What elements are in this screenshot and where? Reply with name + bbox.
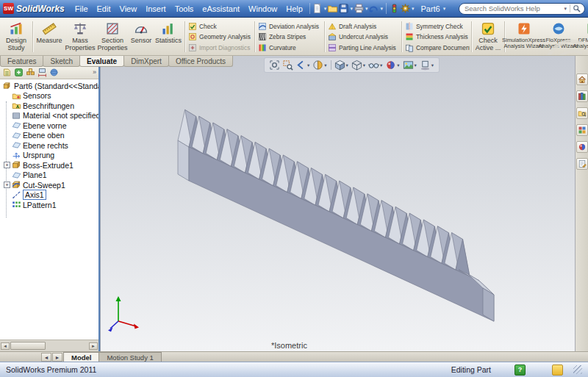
tab-office-products[interactable]: Office Products (168, 56, 233, 67)
graphics-area[interactable]: ▾ ▾ ▾ ▾ ▾ ▾ ▾ ▾ *Isometric (100, 56, 575, 351)
apply-scene-button[interactable]: ▾ (402, 60, 418, 71)
mass-properties-button[interactable]: Mass Properties (64, 19, 96, 54)
tree-item-front-plane[interactable]: Ebene vorne (1, 121, 98, 131)
expand-toggle[interactable]: + (4, 162, 10, 168)
tree-item-material[interactable]: Material <not specified> (1, 111, 98, 121)
tree-item-cut-sweep[interactable]: +Cut-Sweep1 (1, 180, 98, 190)
caret-down-icon[interactable]: ▾ (412, 6, 415, 12)
scrollbar-thumb[interactable] (10, 342, 46, 350)
propertymanager-icon[interactable] (14, 68, 24, 77)
expand-toggle[interactable]: + (4, 182, 10, 188)
zoom-to-fit-button[interactable] (268, 60, 281, 71)
dimxpertmanager-icon[interactable] (37, 68, 47, 77)
displaymanager-icon[interactable] (49, 68, 59, 77)
motion-study-tab[interactable]: Motion Study 1 (98, 352, 161, 362)
import-diagnostics-button[interactable]: Import Diagnostics (188, 43, 251, 52)
caret-down-icon[interactable]: ▾ (324, 6, 327, 12)
view-settings-button[interactable]: ▾ (419, 60, 435, 71)
edit-appearance-button[interactable]: ▾ (384, 60, 401, 71)
tab-features[interactable]: Features (0, 56, 43, 67)
sensor-button[interactable]: Sensor (129, 19, 154, 54)
model-tab[interactable]: Model (63, 352, 99, 362)
tree-item-boss-extrude[interactable]: +Boss-Extrude1 (1, 160, 98, 170)
tree-item-right-plane[interactable]: Ebene rechts (1, 140, 98, 151)
menu-eassistant[interactable]: eAssistant (198, 3, 244, 15)
search-input[interactable] (463, 4, 561, 13)
file-explorer-button[interactable] (576, 107, 588, 119)
menu-view[interactable]: View (115, 3, 142, 15)
tree-item-axis1[interactable]: Axis1 (1, 190, 98, 201)
save-icon[interactable] (338, 3, 349, 14)
menu-window[interactable]: Window (244, 3, 282, 15)
solidworks-resources-button[interactable] (576, 73, 588, 85)
symmetry-check-button[interactable]: Symmetry Check (405, 22, 468, 31)
tree-item-top-plane[interactable]: Ebene oben (1, 131, 98, 141)
menu-help[interactable]: Help (282, 3, 307, 15)
thickness-analysis-button[interactable]: Thickness Analysis (405, 32, 468, 41)
tab-scroll-right-icon[interactable]: ► (52, 353, 62, 362)
caret-down-icon[interactable]: ▾ (350, 6, 353, 12)
custom-properties-button[interactable] (576, 158, 588, 170)
menu-tools[interactable]: Tools (171, 3, 198, 15)
options-icon[interactable] (400, 3, 411, 14)
menu-edit[interactable]: Edit (93, 3, 115, 15)
tree-item-root[interactable]: Part6 (Standard<<Standard>_... (1, 81, 98, 91)
section-view-button[interactable]: ▾ (312, 60, 328, 71)
tab-evaluate[interactable]: Evaluate (79, 56, 124, 67)
zoom-to-area-button[interactable] (282, 60, 294, 71)
measure-button[interactable]: Measure (35, 19, 64, 54)
configurationmanager-icon[interactable] (26, 68, 35, 77)
tree-item-sensors[interactable]: Sensors (1, 91, 98, 101)
zebra-stripes-button[interactable]: Zebra Stripes (258, 32, 321, 41)
draft-analysis-button[interactable]: Draft Analysis (328, 22, 398, 31)
previous-view-button[interactable]: ▾ (295, 60, 311, 71)
curvature-button[interactable]: Curvature (258, 43, 321, 52)
deviation-analysis-button[interactable]: Deviation Analysis (258, 22, 321, 31)
status-tag-icon[interactable] (552, 365, 563, 376)
tab-scroll-left-icon[interactable]: ◄ (41, 353, 51, 362)
featuremanager-tree-icon[interactable] (2, 68, 12, 77)
menu-insert[interactable]: Insert (141, 3, 171, 15)
display-style-button[interactable]: ▾ (351, 60, 367, 71)
caret-down-icon[interactable]: ▾ (365, 6, 368, 12)
design-study-button[interactable]: Design Study (1, 19, 31, 54)
hide-show-items-button[interactable]: ▾ (368, 60, 384, 71)
caret-down-icon[interactable]: ▾ (443, 6, 446, 12)
tree-item-plane1[interactable]: Plane1 (1, 170, 98, 181)
tab-dimxpert[interactable]: DimXpert (123, 56, 169, 67)
section-properties-button[interactable]: Section Properties (96, 19, 129, 54)
scroll-right-arrow-icon[interactable]: ► (89, 342, 98, 350)
parting-line-analysis-button[interactable]: Parting Line Analysis (328, 43, 398, 52)
check-button[interactable]: Check (188, 22, 251, 31)
design-library-button[interactable] (576, 90, 588, 102)
check-active-button[interactable]: Check Active ... (473, 19, 503, 54)
statistics-button[interactable]: Statistics (154, 19, 183, 54)
panel-horizontal-scrollbar[interactable]: ◄ ► (0, 340, 98, 351)
open-document-icon[interactable] (327, 3, 338, 14)
appearances-scenes-button[interactable] (576, 141, 588, 153)
scroll-left-arrow-icon[interactable]: ◄ (1, 342, 10, 350)
search-icon[interactable] (573, 4, 581, 12)
search-scope-caret-icon[interactable]: ▾ (564, 6, 567, 12)
rebuild-icon[interactable] (389, 3, 400, 14)
tab-sketch[interactable]: Sketch (43, 56, 80, 67)
menu-file[interactable]: File (71, 3, 93, 15)
tree-item-lpattern[interactable]: LPattern1 (1, 200, 98, 210)
geometry-analysis-button[interactable]: Geometry Analysis (188, 32, 251, 41)
print-icon[interactable] (354, 3, 365, 14)
quick-tips-help-icon[interactable]: ? (514, 365, 526, 376)
tree-item-origin[interactable]: Ursprung (1, 151, 98, 161)
view-palette-button[interactable] (576, 124, 588, 136)
panel-flyout-chevrons-icon[interactable]: » (93, 68, 96, 77)
new-document-icon[interactable] (312, 3, 323, 14)
document-title[interactable]: Part6 (420, 4, 440, 13)
help-search-box[interactable]: ▾ (459, 3, 585, 15)
compare-documents-button[interactable]: Compare Documents (405, 43, 468, 52)
model-canvas[interactable] (101, 56, 575, 351)
tree-item-annotations[interactable]: Beschriftungen (1, 101, 98, 111)
view-orientation-button[interactable]: ▾ (334, 60, 350, 71)
undercut-analysis-button[interactable]: Undercut Analysis (328, 32, 398, 41)
undo-icon[interactable] (368, 3, 379, 14)
resize-grip-icon[interactable] (573, 365, 582, 374)
caret-down-icon[interactable]: ▾ (380, 6, 383, 12)
